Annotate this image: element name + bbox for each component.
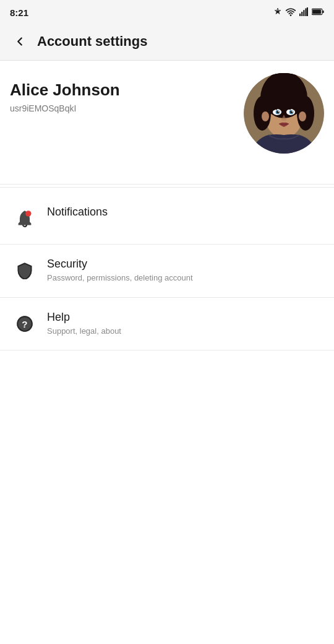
status-time: 8:21	[10, 7, 28, 18]
help-subtitle: Support, legal, about	[47, 326, 322, 337]
status-icons	[273, 7, 324, 18]
avatar[interactable]	[244, 73, 324, 154]
signal-icon	[299, 7, 308, 18]
svg-point-24	[292, 111, 293, 112]
help-menu-item[interactable]: ? Help Support, legal, about	[0, 300, 334, 348]
notification-icon	[273, 7, 282, 18]
battery-icon	[312, 7, 324, 18]
help-title: Help	[47, 310, 322, 324]
shield-icon	[12, 258, 37, 283]
menu-list: Notifications Security Password, permiss…	[0, 190, 334, 350]
back-button[interactable]	[10, 32, 30, 51]
wifi-icon	[286, 7, 296, 18]
svg-rect-9	[312, 9, 321, 14]
svg-text:?: ?	[22, 318, 27, 329]
help-icon: ?	[12, 311, 37, 336]
profile-avatar-container[interactable]	[244, 73, 324, 154]
notifications-title: Notifications	[47, 205, 322, 219]
svg-point-26	[299, 111, 306, 121]
security-title: Security	[47, 257, 322, 271]
svg-point-16	[297, 96, 314, 131]
svg-rect-3	[301, 12, 302, 16]
svg-rect-8	[322, 11, 323, 13]
svg-rect-6	[307, 7, 308, 16]
divider-3	[0, 350, 334, 350]
toolbar: Account settings	[0, 22, 334, 61]
bell-icon	[12, 206, 37, 231]
help-text: Help Support, legal, about	[47, 310, 322, 337]
notifications-text: Notifications	[47, 205, 322, 219]
page-title: Account settings	[37, 33, 147, 50]
divider-2	[0, 297, 334, 298]
security-subtitle: Password, permissions, deleting account	[47, 272, 322, 284]
svg-rect-4	[303, 10, 304, 16]
security-menu-item[interactable]: Security Password, permissions, deleting…	[0, 247, 334, 295]
svg-point-25	[262, 111, 269, 121]
status-bar: 8:21	[0, 0, 334, 22]
divider-profile	[0, 187, 334, 188]
svg-point-1	[290, 14, 292, 16]
notifications-menu-item[interactable]: Notifications	[0, 195, 334, 242]
security-text: Security Password, permissions, deleting…	[47, 257, 322, 284]
svg-point-23	[278, 111, 280, 112]
svg-rect-2	[299, 13, 301, 15]
profile-section: Alice Johnson usr9iEMOSqBqkI	[0, 61, 334, 185]
svg-rect-5	[305, 8, 306, 16]
divider-1	[0, 244, 334, 245]
svg-point-27	[25, 211, 31, 216]
svg-point-15	[254, 96, 271, 131]
